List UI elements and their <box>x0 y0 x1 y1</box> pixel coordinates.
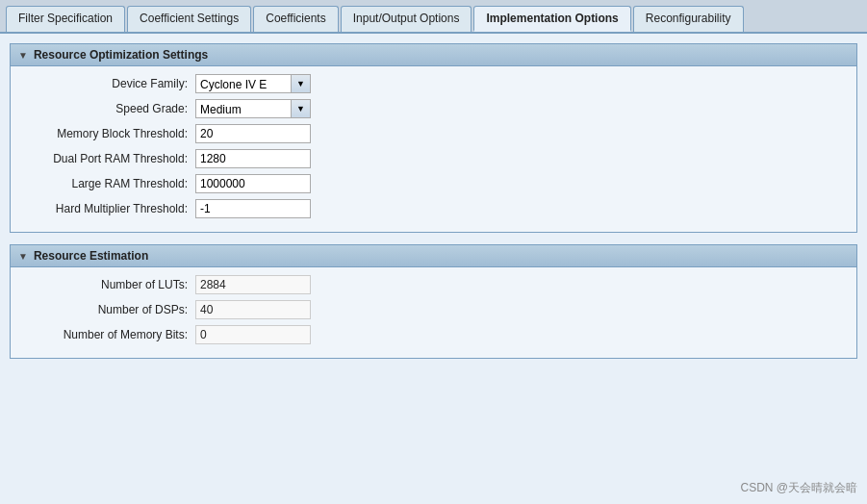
speed-grade-row: Speed Grade: Medium ▼ <box>22 99 845 118</box>
memory-block-threshold-input[interactable] <box>195 124 311 143</box>
hard-multiplier-threshold-input[interactable] <box>195 199 311 218</box>
speed-grade-select-container: Medium ▼ <box>195 99 311 118</box>
dual-port-ram-threshold-label: Dual Port RAM Threshold: <box>22 152 195 165</box>
resource-estimation-title: Resource Estimation <box>34 249 148 263</box>
tab-filter-specification[interactable]: Filter Specification <box>6 6 125 32</box>
resource-estimation-section: ▼ Resource Estimation Number of LUTs: 28… <box>10 244 857 359</box>
resource-estimation-body: Number of LUTs: 2884 Number of DSPs: 40 … <box>11 267 856 358</box>
dual-port-ram-threshold-row: Dual Port RAM Threshold: <box>22 149 845 168</box>
tab-bar: Filter Specification Coefficient Setting… <box>0 0 867 34</box>
memory-block-threshold-label: Memory Block Threshold: <box>22 127 195 140</box>
speed-grade-value: Medium <box>195 99 292 118</box>
num-memory-bits-row: Number of Memory Bits: 0 <box>22 325 845 344</box>
num-memory-bits-label: Number of Memory Bits: <box>22 328 195 341</box>
large-ram-threshold-label: Large RAM Threshold: <box>22 177 195 190</box>
content-area: ▼ Resource Optimization Settings Device … <box>0 34 867 504</box>
resource-optimization-section: ▼ Resource Optimization Settings Device … <box>10 43 857 233</box>
resource-optimization-header: ▼ Resource Optimization Settings <box>11 44 856 66</box>
device-family-dropdown-btn[interactable]: ▼ <box>292 74 311 93</box>
num-dsps-label: Number of DSPs: <box>22 303 195 316</box>
hard-multiplier-threshold-label: Hard Multiplier Threshold: <box>22 202 195 215</box>
resource-estimation-header: ▼ Resource Estimation <box>11 245 856 267</box>
dual-port-ram-threshold-input[interactable] <box>195 149 311 168</box>
tab-coefficients[interactable]: Coefficients <box>253 6 338 32</box>
tab-io-options[interactable]: Input/Output Options <box>341 6 472 32</box>
num-luts-row: Number of LUTs: 2884 <box>22 275 845 294</box>
num-dsps-row: Number of DSPs: 40 <box>22 300 845 319</box>
resource-optimization-body: Device Family: Cyclone IV E ▼ Speed Grad… <box>11 66 856 232</box>
speed-grade-dropdown-btn[interactable]: ▼ <box>292 99 311 118</box>
memory-block-threshold-row: Memory Block Threshold: <box>22 124 845 143</box>
tab-coefficient-settings[interactable]: Coefficient Settings <box>127 6 251 32</box>
device-family-label: Device Family: <box>22 77 195 90</box>
speed-grade-label: Speed Grade: <box>22 102 195 115</box>
num-memory-bits-value: 0 <box>195 325 311 344</box>
section-collapse-icon-2[interactable]: ▼ <box>18 251 28 262</box>
hard-multiplier-threshold-row: Hard Multiplier Threshold: <box>22 199 845 218</box>
device-family-select-container: Cyclone IV E ▼ <box>195 74 311 93</box>
watermark: CSDN @天会晴就会暗 <box>740 480 857 496</box>
num-dsps-value: 40 <box>195 300 311 319</box>
tab-implementation-options[interactable]: Implementation Options <box>473 6 630 32</box>
device-family-row: Device Family: Cyclone IV E ▼ <box>22 74 845 93</box>
large-ram-threshold-input[interactable] <box>195 174 311 193</box>
tab-reconfigurability[interactable]: Reconfigurability <box>633 6 744 32</box>
resource-optimization-title: Resource Optimization Settings <box>34 48 208 62</box>
num-luts-label: Number of LUTs: <box>22 278 195 291</box>
main-container: Filter Specification Coefficient Setting… <box>0 0 867 504</box>
section-collapse-icon[interactable]: ▼ <box>18 50 28 61</box>
device-family-value: Cyclone IV E <box>195 74 292 93</box>
large-ram-threshold-row: Large RAM Threshold: <box>22 174 845 193</box>
num-luts-value: 2884 <box>195 275 311 294</box>
